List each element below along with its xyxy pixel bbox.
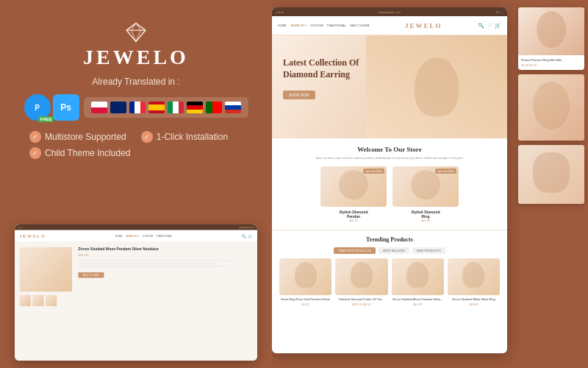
product-price-3: $44.00 (392, 302, 444, 306)
tab-bestsellers[interactable]: BEST SELLERS (379, 247, 409, 254)
product-shape-2 (351, 262, 373, 288)
ss-thumb-1 (20, 295, 31, 306)
thumb-title-1: Flower Princess Ring Elite Elite (521, 58, 581, 62)
product-name-1: Heart Ring Rose Gold Pandora Shine (279, 297, 331, 301)
ss-topbar-right: www.jewelo.com (239, 226, 254, 228)
tab-featured[interactable]: FEATURED PRODUCTS (334, 247, 376, 254)
main-container: JEWELO Already Translated in : P Ps (0, 0, 588, 368)
svg-marker-0 (126, 24, 146, 42)
ms-daily-link: DAILY CHURA (350, 24, 370, 27)
wcard-jewelry-1 (339, 170, 368, 199)
hero-section: Latest Collection OfDiamond Earring SHOP… (272, 35, 507, 138)
ss-product-details: Zircon Studded Moon Pendant Silver Neckl… (78, 247, 252, 306)
ss-product-image-col (20, 247, 73, 306)
ms-home-link: HOME (278, 24, 287, 27)
ss-product-area: Zircon Studded Moon Pendant Silver Neckl… (15, 242, 257, 311)
flag-russian (225, 102, 241, 113)
ms-heart-icon[interactable]: ♡ (487, 23, 492, 29)
ss-product-price: $42.00 (78, 254, 252, 258)
ss-line-2 (78, 263, 218, 264)
wcard-img-1: Special Offer (320, 166, 387, 207)
ss-line-3 (78, 266, 226, 267)
flag-italian (168, 102, 184, 113)
ss-thumb-2 (32, 295, 43, 306)
screenshot-content: ● ● ● www.jewelo.com JEWELO HOME JEWELRY… (15, 224, 257, 361)
feature-child-theme: ✓ Child Theme Included (29, 147, 131, 159)
ss-home-link: HOME (115, 235, 123, 238)
right-panel: ● ● ● www.jewelo.com ⚙ ☆ HOME JEWELRY ▾ … (272, 0, 588, 368)
feature-row-1: ✓ Multistore Supported ✓ 1-Click Install… (29, 131, 257, 143)
hero-jewelry-shape (415, 57, 459, 116)
ms-traditional-link: TRADITIONAL (327, 24, 346, 27)
thumb-price-1: $4.00-$4.00 (521, 63, 581, 67)
ss-jewelry-link: JEWELRY ▾ (126, 235, 139, 238)
flag-portuguese (206, 102, 222, 113)
product-shape-4 (462, 262, 484, 288)
search-icon-ss: 🔍 (242, 234, 246, 238)
ss-topbar-left: ● ● ● (18, 226, 23, 228)
cart-icon-ss: 🛒 (248, 234, 252, 238)
welcome-text: Etiam sit amet justo non felis ultrices … (279, 156, 500, 160)
hero-shop-now-button[interactable]: SHOP NOW (283, 91, 315, 99)
welcome-card-2: Special Offer Stylish DiamondRing $49.00 (392, 166, 459, 222)
wcard-price-1: $49.00 (320, 219, 387, 222)
brand-logo: JEWELO (83, 22, 189, 69)
thumb-img-1 (518, 7, 584, 55)
ss-add-to-cart[interactable]: ADD TO CART (78, 272, 104, 278)
trending-tabs: FEATURED PRODUCTS BEST SELLERS NEW PRODU… (279, 247, 500, 254)
ss-product-title: Zircon Studded Moon Pendant Silver Neckl… (78, 247, 252, 252)
ms-header-icons: 🔍 ♡ 🛒 (478, 23, 501, 29)
ss-thumb-3 (46, 295, 57, 306)
ss-line-1 (78, 260, 234, 261)
wcard-img-2: Special Offer (392, 166, 459, 207)
welcome-title: Welcome To Our Store (279, 146, 500, 153)
pootle-icon: P (24, 94, 51, 121)
features-section: ✓ Multistore Supported ✓ 1-Click Install… (15, 131, 257, 159)
products-grid: Heart Ring Rose Gold Pandora Shine $4.00… (279, 258, 500, 306)
product-img-2 (335, 258, 387, 295)
product-price-4: $44.00 (448, 302, 500, 306)
product-price-2: $420.00/$4.50 (335, 302, 387, 306)
flag-english (110, 102, 126, 113)
main-screenshot: ● ● ● www.jewelo.com ⚙ ☆ HOME JEWELRY ▾ … (272, 7, 507, 353)
product-card-1: Heart Ring Rose Gold Pandora Shine $4.00 (279, 258, 331, 306)
thumb-card-2 (518, 74, 584, 141)
check-icon-multistore: ✓ (29, 131, 41, 143)
feature-row-2: ✓ Child Theme Included (29, 147, 257, 159)
product-shape-1 (295, 262, 317, 288)
ss-navbar: JEWELO HOME JEWELRY ▾ CUSTOM TRADITIONAL… (15, 230, 257, 243)
thumb-img-3 (518, 145, 584, 204)
thumb-shape-2 (533, 82, 570, 130)
trending-section: Trending Products FEATURED PRODUCTS BEST… (272, 230, 507, 312)
feature-one-click: ✓ 1-Click Installation (141, 131, 228, 143)
product-name-2: Pandora Diamond Collier Of The... (335, 297, 387, 301)
product-img-1 (279, 258, 331, 295)
diamond-icon (124, 22, 148, 43)
ss-traditional-link: TRADITIONAL (156, 235, 172, 238)
photoshop-badge: Ps (53, 94, 79, 121)
ms-custom-link: CUSTOM (310, 24, 323, 27)
ss-nav-links: HOME JEWELRY ▾ CUSTOM TRADITIONAL (115, 235, 172, 238)
ms-search-icon[interactable]: 🔍 (478, 23, 484, 29)
brand-name: JEWELO (83, 46, 189, 69)
wcard-jewelry-2 (411, 170, 440, 199)
product-name-3: Zircon Studded Moon Pendant Silver... (392, 297, 444, 301)
thumb-card-1: Flower Princess Ring Elite Elite $4.00-$… (518, 7, 584, 70)
wcard-badge-1: Special Offer (363, 169, 384, 174)
trending-title: Trending Products (279, 236, 500, 243)
tab-new[interactable]: NEW PRODUCTS (412, 247, 445, 254)
ss-brand: JEWELO (20, 233, 46, 238)
wcard-title-2: Stylish DiamondRing (392, 210, 459, 219)
ms-cart-icon[interactable]: 🛒 (495, 23, 501, 29)
ss-desc-lines (78, 260, 252, 267)
product-card-3: Zircon Studded Moon Pendant Silver... $4… (392, 258, 444, 306)
hero-text-block: Latest Collection OfDiamond Earring SHOP… (283, 57, 359, 99)
wcard-badge-2: Special Offer (435, 169, 456, 174)
check-icon-child: ✓ (29, 147, 41, 159)
pootle-badge: P Ps (24, 94, 79, 121)
bottom-screenshot: ● ● ● www.jewelo.com JEWELO HOME JEWELRY… (15, 224, 257, 361)
check-icon-oneclick: ✓ (141, 131, 153, 143)
hero-img-inner (366, 35, 507, 138)
ms-topbar-right: ⚙ ☆ (496, 10, 503, 14)
flag-spanish (148, 102, 165, 113)
